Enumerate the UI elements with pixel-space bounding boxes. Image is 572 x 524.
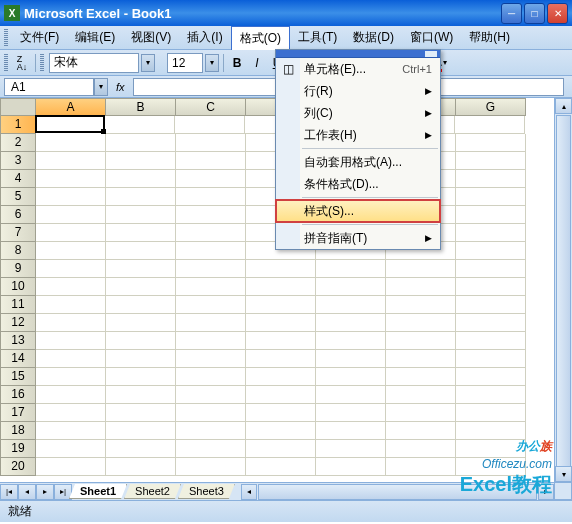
cell[interactable] — [106, 350, 176, 368]
cell[interactable] — [176, 332, 246, 350]
cell[interactable] — [456, 350, 526, 368]
menu-item[interactable]: 样式(S)... — [275, 199, 441, 223]
cell[interactable] — [456, 368, 526, 386]
row-header[interactable]: 1 — [0, 116, 36, 134]
fx-icon[interactable]: fx — [116, 81, 125, 93]
cell[interactable] — [386, 422, 456, 440]
cell[interactable] — [316, 296, 386, 314]
cell[interactable] — [36, 404, 106, 422]
minimize-button[interactable]: ─ — [501, 3, 522, 24]
cell[interactable] — [246, 350, 316, 368]
cell[interactable] — [36, 206, 106, 224]
font-name-dropdown-icon[interactable]: ▾ — [141, 54, 155, 72]
cell[interactable] — [36, 296, 106, 314]
cell[interactable] — [176, 314, 246, 332]
sort-za-icon[interactable]: ZA↓ — [13, 54, 31, 72]
scroll-left-icon[interactable]: ◂ — [241, 484, 257, 500]
cell[interactable] — [246, 404, 316, 422]
menu-item[interactable]: 视图(V) — [123, 26, 179, 50]
menu-item[interactable]: 文件(F) — [12, 26, 67, 50]
row-header[interactable]: 10 — [0, 278, 36, 296]
toolbar-grip[interactable] — [4, 29, 8, 47]
cell[interactable] — [36, 332, 106, 350]
cell[interactable] — [455, 116, 525, 134]
cell[interactable] — [36, 188, 106, 206]
cell[interactable] — [386, 404, 456, 422]
cell[interactable] — [386, 350, 456, 368]
menu-item[interactable]: 工作表(H)▶ — [276, 124, 440, 146]
cell[interactable] — [176, 296, 246, 314]
bold-button[interactable]: B — [228, 54, 246, 72]
row-header[interactable]: 18 — [0, 422, 36, 440]
column-header[interactable]: C — [176, 98, 246, 116]
cell[interactable] — [106, 368, 176, 386]
cell[interactable] — [386, 458, 456, 476]
menu-item[interactable]: 列(C)▶ — [276, 102, 440, 124]
cell[interactable] — [456, 152, 526, 170]
vertical-scrollbar[interactable]: ▴ ▾ — [554, 98, 572, 482]
cell[interactable] — [316, 404, 386, 422]
cell[interactable] — [176, 260, 246, 278]
cell[interactable] — [36, 386, 106, 404]
cell[interactable] — [176, 278, 246, 296]
cell[interactable] — [176, 242, 246, 260]
cell[interactable] — [316, 386, 386, 404]
cell[interactable] — [106, 278, 176, 296]
cell[interactable] — [386, 368, 456, 386]
cell[interactable] — [176, 206, 246, 224]
cell[interactable] — [456, 296, 526, 314]
row-header[interactable]: 16 — [0, 386, 36, 404]
cell[interactable] — [106, 386, 176, 404]
cell[interactable] — [456, 224, 526, 242]
row-header[interactable]: 9 — [0, 260, 36, 278]
cell[interactable] — [105, 116, 175, 134]
cell[interactable] — [106, 440, 176, 458]
cell[interactable] — [246, 386, 316, 404]
cell[interactable] — [106, 224, 176, 242]
menu-item[interactable]: 拼音指南(T)▶ — [276, 227, 440, 249]
row-header[interactable]: 4 — [0, 170, 36, 188]
cell[interactable] — [246, 440, 316, 458]
row-header[interactable]: 8 — [0, 242, 36, 260]
cell[interactable] — [456, 440, 526, 458]
row-header[interactable]: 19 — [0, 440, 36, 458]
cell[interactable] — [246, 278, 316, 296]
column-header[interactable]: B — [106, 98, 176, 116]
cell[interactable] — [456, 332, 526, 350]
cell[interactable] — [316, 440, 386, 458]
row-header[interactable]: 14 — [0, 350, 36, 368]
tab-nav-prev-icon[interactable]: ◂ — [18, 484, 36, 500]
font-name-selector[interactable]: 宋体 — [49, 53, 139, 73]
cell[interactable] — [246, 422, 316, 440]
toolbar-grip[interactable] — [40, 54, 44, 72]
cell[interactable] — [246, 368, 316, 386]
cell[interactable] — [316, 350, 386, 368]
cell[interactable] — [316, 260, 386, 278]
menu-grip-icon[interactable] — [276, 50, 440, 58]
cell[interactable] — [106, 458, 176, 476]
cell[interactable] — [386, 278, 456, 296]
cell[interactable] — [176, 440, 246, 458]
cell[interactable] — [36, 170, 106, 188]
menu-item[interactable]: 格式(O) — [231, 26, 290, 50]
cell[interactable] — [106, 314, 176, 332]
cell[interactable] — [246, 314, 316, 332]
cell[interactable] — [176, 404, 246, 422]
cell[interactable] — [456, 188, 526, 206]
cell[interactable] — [246, 296, 316, 314]
row-header[interactable]: 11 — [0, 296, 36, 314]
cell[interactable] — [176, 422, 246, 440]
cell[interactable] — [36, 224, 106, 242]
cell[interactable] — [106, 260, 176, 278]
cell[interactable] — [176, 152, 246, 170]
row-header[interactable]: 15 — [0, 368, 36, 386]
select-all-corner[interactable] — [0, 98, 36, 116]
cell[interactable] — [316, 314, 386, 332]
cell[interactable] — [456, 404, 526, 422]
cell[interactable] — [456, 170, 526, 188]
cell[interactable] — [316, 332, 386, 350]
sheet-tab[interactable]: Sheet2 — [124, 484, 181, 499]
tab-nav-first-icon[interactable]: |◂ — [0, 484, 18, 500]
tab-nav-last-icon[interactable]: ▸| — [54, 484, 72, 500]
cell[interactable] — [36, 350, 106, 368]
